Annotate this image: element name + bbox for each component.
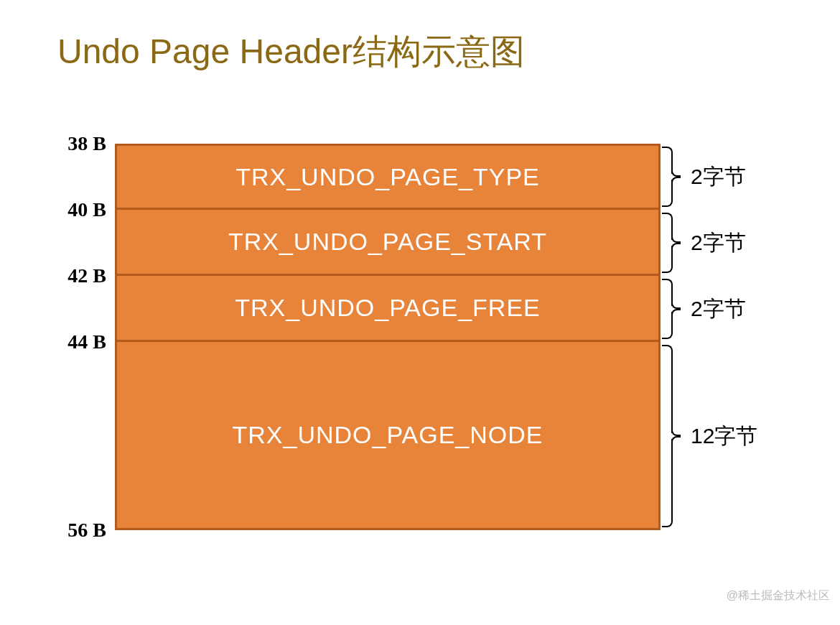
size-label: 12字节	[688, 342, 781, 530]
field-block: TRX_UNDO_PAGE_FREE	[115, 276, 661, 342]
field-block: TRX_UNDO_PAGE_START	[115, 210, 661, 276]
size-label: 2字节	[688, 276, 781, 342]
field-name: TRX_UNDO_PAGE_TYPE	[235, 163, 540, 191]
brace-icon	[661, 342, 688, 530]
offset-label: 56 B	[57, 530, 115, 552]
field-row: 42 B TRX_UNDO_PAGE_FREE 2字节	[57, 276, 783, 342]
field-name: TRX_UNDO_PAGE_FREE	[235, 294, 540, 322]
offset-label: 44 B	[57, 342, 115, 530]
field-block: TRX_UNDO_PAGE_TYPE	[115, 144, 661, 210]
brace-icon	[661, 210, 688, 276]
watermark: @稀土掘金技术社区	[727, 588, 830, 603]
field-row: 40 B TRX_UNDO_PAGE_START 2字节	[57, 210, 783, 276]
diagram-title: Undo Page Header结构示意图	[57, 29, 525, 75]
brace-icon	[661, 144, 688, 210]
field-name: TRX_UNDO_PAGE_NODE	[232, 421, 543, 449]
field-name: TRX_UNDO_PAGE_START	[228, 228, 547, 256]
size-label: 2字节	[688, 144, 781, 210]
field-row: 38 B TRX_UNDO_PAGE_TYPE 2字节	[57, 144, 783, 210]
field-row: 44 B TRX_UNDO_PAGE_NODE 12字节	[57, 342, 783, 530]
field-block: TRX_UNDO_PAGE_NODE	[115, 342, 661, 530]
undo-page-header-diagram: 38 B TRX_UNDO_PAGE_TYPE 2字节 40 B TRX_UND…	[57, 144, 783, 530]
size-label: 2字节	[688, 210, 781, 276]
brace-icon	[661, 276, 688, 342]
